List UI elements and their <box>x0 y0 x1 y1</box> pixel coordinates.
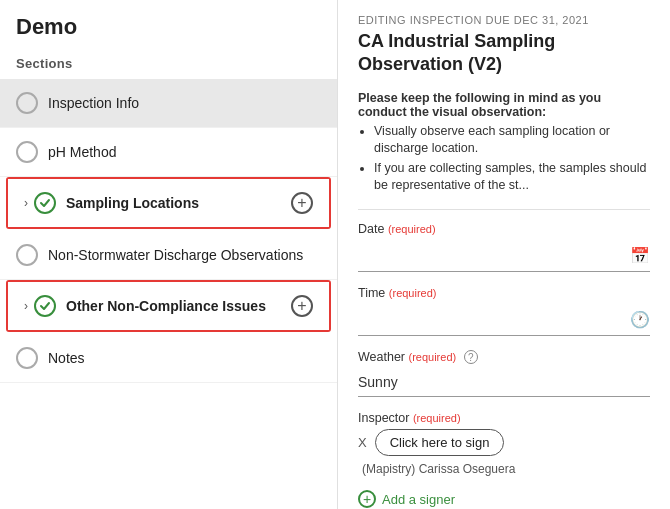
section-circle-icon <box>16 141 38 163</box>
sidebar-item-other-noncompliance[interactable]: › Other Non-Compliance Issues + <box>8 282 329 330</box>
sidebar-item-label: Notes <box>48 350 321 366</box>
calendar-icon: 📅 <box>630 246 650 265</box>
section-check-icon <box>34 295 56 317</box>
chevron-icon: › <box>24 196 28 210</box>
form-title: CA Industrial Sampling Observation (V2) <box>358 30 650 77</box>
app-title: Demo <box>0 0 337 50</box>
sign-button[interactable]: Click here to sign <box>375 429 505 456</box>
sign-name: (Mapistry) Carissa Oseguera <box>362 462 650 476</box>
sidebar-item-inspection-info[interactable]: Inspection Info <box>0 79 337 128</box>
sidebar-item-label: Inspection Info <box>48 95 321 111</box>
weather-value[interactable]: Sunny <box>358 368 650 397</box>
editing-label: EDITING INSPECTION DUE DEC 31, 2021 <box>358 14 650 26</box>
divider <box>358 209 650 210</box>
plus-circle-icon: + <box>358 490 376 508</box>
sections-header: Sections <box>0 50 337 79</box>
chevron-icon: › <box>24 299 28 313</box>
right-panel: EDITING INSPECTION DUE DEC 31, 2021 CA I… <box>338 0 670 509</box>
section-circle-icon <box>16 92 38 114</box>
date-label: Date (required) <box>358 222 650 236</box>
time-label: Time (required) <box>358 286 650 300</box>
add-section-button[interactable]: + <box>291 192 313 214</box>
sidebar-item-label: Sampling Locations <box>66 195 291 211</box>
sign-row: X Click here to sign <box>358 429 650 456</box>
section-circle-icon <box>16 244 38 266</box>
sidebar-item-ph-method[interactable]: pH Method <box>0 128 337 177</box>
inspector-label: Inspector (required) <box>358 411 650 425</box>
instruction-bullet-1: Visually observe each sampling location … <box>374 123 650 158</box>
sidebar-item-notes[interactable]: Notes <box>0 334 337 383</box>
sidebar-item-label: pH Method <box>48 144 321 160</box>
weather-label: Weather (required) ? <box>358 350 650 365</box>
sidebar-item-label: Non-Stormwater Discharge Observations <box>48 247 321 263</box>
instructions-intro: Please keep the following in mind as you… <box>358 91 650 119</box>
add-section-button[interactable]: + <box>291 295 313 317</box>
date-input[interactable]: 📅 <box>358 240 650 272</box>
weather-help-icon[interactable]: ? <box>464 350 478 364</box>
time-input[interactable]: 🕐 <box>358 304 650 336</box>
sidebar-item-non-stormwater[interactable]: Non-Stormwater Discharge Observations <box>0 231 337 280</box>
sidebar-item-label: Other Non-Compliance Issues <box>66 298 291 314</box>
sidebar-item-sampling-locations[interactable]: › Sampling Locations + <box>8 179 329 227</box>
instructions-block: Please keep the following in mind as you… <box>358 91 650 195</box>
section-circle-icon <box>16 347 38 369</box>
add-signer-button[interactable]: + Add a signer <box>358 490 650 508</box>
left-panel: Demo Sections Inspection Info pH Method … <box>0 0 338 509</box>
clock-icon: 🕐 <box>630 310 650 329</box>
add-signer-label: Add a signer <box>382 492 455 507</box>
highlighted-sampling-locations: › Sampling Locations + <box>6 177 331 229</box>
highlighted-other-noncompliance: › Other Non-Compliance Issues + <box>6 280 331 332</box>
instruction-bullet-2: If you are collecting samples, the sampl… <box>374 160 650 195</box>
sign-x: X <box>358 435 367 450</box>
section-check-icon <box>34 192 56 214</box>
